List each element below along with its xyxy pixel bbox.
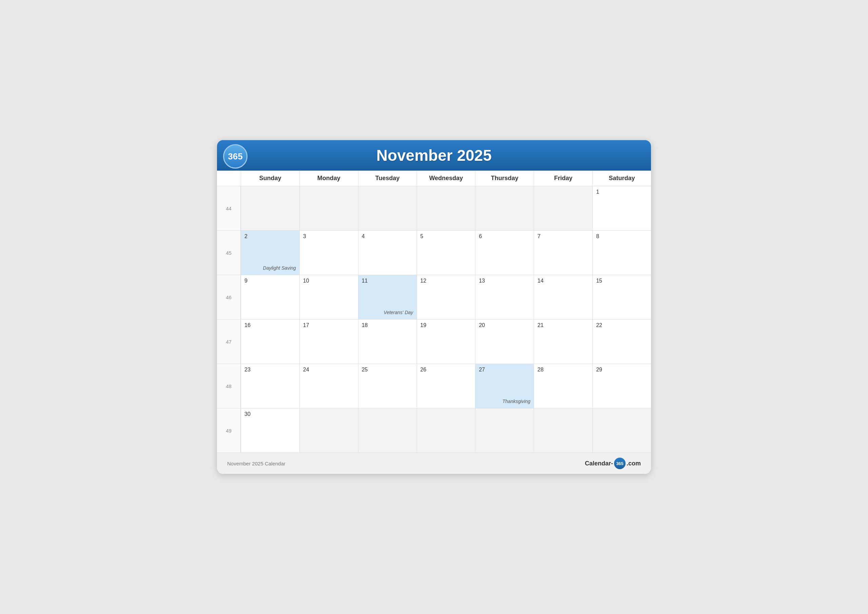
cal-cell-14: 14: [534, 275, 592, 319]
calendar-header: 365 November 2025: [217, 140, 651, 171]
day-number: 22: [596, 322, 648, 328]
week-number-46: 46: [217, 275, 241, 319]
cal-cell-4: 4: [358, 231, 417, 275]
cal-cell-15: 15: [592, 275, 651, 319]
cal-cell-empty-5-6: [592, 409, 651, 452]
cal-cell-28: 28: [534, 364, 592, 408]
day-number: 20: [479, 322, 530, 328]
day-number: 28: [538, 367, 589, 373]
cal-cell-16: 16: [241, 320, 299, 364]
cal-cell-empty-5-3: [417, 409, 475, 452]
cal-cell-30: 30: [241, 409, 299, 452]
cal-cell-empty-0-3: [417, 186, 475, 230]
logo-badge: 365: [223, 144, 248, 169]
page-footer: November 2025 Calendar Calendar- 365 .co…: [217, 452, 651, 474]
cal-cell-19: 19: [417, 320, 475, 364]
cal-cell-8: 8: [592, 231, 651, 275]
cal-cell-5: 5: [417, 231, 475, 275]
week-num-header: [217, 171, 241, 186]
day-number: 8: [596, 233, 648, 239]
cal-cell-1: 1: [592, 186, 651, 230]
footer-365-badge: 365: [614, 458, 626, 469]
week-row-47: 4716171819202122: [217, 320, 651, 364]
cal-cell-26: 26: [417, 364, 475, 408]
footer-right-text: Calendar- 365 .com: [585, 458, 641, 469]
footer-left-text: November 2025 Calendar: [227, 461, 285, 466]
day-number: 6: [479, 233, 530, 239]
cal-cell-23: 23: [241, 364, 299, 408]
day-number: 2: [245, 233, 296, 239]
week-row-44: 441: [217, 186, 651, 231]
cal-cell-7: 7: [534, 231, 592, 275]
cal-cell-empty-0-0: [241, 186, 299, 230]
cal-cell-29: 29: [592, 364, 651, 408]
cal-cell-25: 25: [358, 364, 417, 408]
day-number: 25: [362, 367, 413, 373]
day-number: 30: [245, 411, 296, 417]
cal-cell-24: 24: [299, 364, 358, 408]
calendar-container: 365 November 2025 SundayMondayTuesdayWed…: [217, 140, 651, 474]
day-number: 10: [303, 278, 355, 284]
cal-cell-empty-5-5: [534, 409, 592, 452]
cal-cell-13: 13: [475, 275, 534, 319]
cal-cell-10: 10: [299, 275, 358, 319]
cal-cell-empty-0-4: [475, 186, 534, 230]
week-number-47: 47: [217, 320, 241, 364]
cal-cell-12: 12: [417, 275, 475, 319]
day-number: 14: [538, 278, 589, 284]
day-of-week-row: SundayMondayTuesdayWednesdayThursdayFrid…: [217, 171, 651, 186]
cal-cell-20: 20: [475, 320, 534, 364]
week-row-49: 4930: [217, 409, 651, 452]
dow-wednesday: Wednesday: [417, 171, 475, 186]
event-label: Veterans' Day: [384, 310, 413, 315]
week-row-45: 452Daylight Saving345678: [217, 231, 651, 275]
cal-cell-empty-5-1: [299, 409, 358, 452]
day-number: 29: [596, 367, 648, 373]
dow-saturday: Saturday: [592, 171, 651, 186]
day-number: 3: [303, 233, 355, 239]
cal-cell-3: 3: [299, 231, 358, 275]
dow-sunday: Sunday: [241, 171, 299, 186]
day-number: 1: [596, 189, 648, 195]
day-number: 23: [245, 367, 296, 373]
cal-cell-empty-5-4: [475, 409, 534, 452]
cal-cell-22: 22: [592, 320, 651, 364]
day-number: 7: [538, 233, 589, 239]
day-number: 19: [420, 322, 472, 328]
cal-cell-empty-0-2: [358, 186, 417, 230]
footer-brand-prefix: Calendar-: [585, 460, 613, 467]
day-number: 9: [245, 278, 296, 284]
day-number: 27: [479, 367, 530, 373]
cal-cell-9: 9: [241, 275, 299, 319]
day-number: 13: [479, 278, 530, 284]
cal-cell-2: 2Daylight Saving: [241, 231, 299, 275]
day-number: 11: [362, 278, 413, 284]
week-row-48: 482324252627Thanksgiving2829: [217, 364, 651, 409]
cal-cell-empty-0-5: [534, 186, 592, 230]
event-label: Daylight Saving: [263, 265, 296, 271]
day-number: 4: [362, 233, 413, 239]
day-number: 15: [596, 278, 648, 284]
cal-cell-empty-5-2: [358, 409, 417, 452]
cal-cell-21: 21: [534, 320, 592, 364]
day-number: 5: [420, 233, 472, 239]
cal-cell-empty-0-1: [299, 186, 358, 230]
week-number-45: 45: [217, 231, 241, 275]
day-number: 17: [303, 322, 355, 328]
day-number: 16: [245, 322, 296, 328]
day-number: 24: [303, 367, 355, 373]
dow-monday: Monday: [299, 171, 358, 186]
day-number: 21: [538, 322, 589, 328]
cal-cell-17: 17: [299, 320, 358, 364]
cal-cell-6: 6: [475, 231, 534, 275]
dow-thursday: Thursday: [475, 171, 534, 186]
week-number-48: 48: [217, 364, 241, 408]
week-number-49: 49: [217, 409, 241, 452]
dow-friday: Friday: [534, 171, 592, 186]
day-number: 26: [420, 367, 472, 373]
calendar-body: 441452Daylight Saving3456784691011Vetera…: [217, 186, 651, 452]
day-number: 18: [362, 322, 413, 328]
week-number-44: 44: [217, 186, 241, 230]
dow-tuesday: Tuesday: [358, 171, 417, 186]
footer-brand-suffix: .com: [626, 460, 641, 467]
